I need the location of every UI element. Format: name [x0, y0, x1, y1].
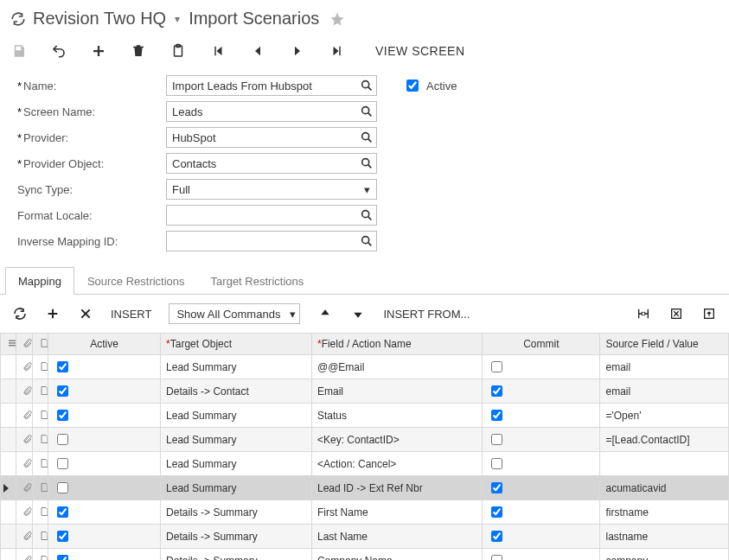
- notes-icon[interactable]: [32, 355, 48, 379]
- source-cell[interactable]: ='Open': [600, 404, 729, 428]
- export-excel-icon[interactable]: [668, 306, 684, 321]
- notes-icon[interactable]: [32, 428, 48, 452]
- target-cell[interactable]: Details -> Summary: [161, 525, 312, 549]
- row-selector[interactable]: [1, 355, 16, 379]
- active-cell[interactable]: [48, 404, 160, 428]
- row-selector[interactable]: [1, 428, 16, 452]
- commit-cell[interactable]: [483, 549, 600, 561]
- commit-cell[interactable]: [483, 525, 600, 549]
- attachment-icon[interactable]: [16, 379, 32, 404]
- notes-header[interactable]: [32, 334, 48, 355]
- target-cell[interactable]: Lead Summary: [161, 428, 312, 452]
- prev-icon[interactable]: [249, 42, 266, 60]
- table-row[interactable]: Lead Summary<Key: ContactID>=[Lead.Conta…: [1, 428, 729, 452]
- active-header[interactable]: Active: [48, 334, 160, 355]
- row-selector[interactable]: [1, 500, 16, 525]
- row-selector[interactable]: [1, 476, 16, 500]
- field-cell[interactable]: First Name: [311, 500, 482, 525]
- source-header[interactable]: Source Field / Value: [600, 334, 729, 355]
- target-header[interactable]: *Target Object: [161, 334, 312, 355]
- commit-cell[interactable]: [483, 452, 600, 476]
- tab-source-restrictions[interactable]: Source Restrictions: [74, 267, 198, 295]
- source-cell[interactable]: email: [600, 355, 729, 379]
- fit-columns-icon[interactable]: [636, 306, 651, 321]
- table-row[interactable]: Lead Summary@@Emailemail: [1, 355, 729, 379]
- screen-name-input[interactable]: [166, 101, 377, 122]
- commit-cell[interactable]: [483, 500, 600, 525]
- grid-refresh-icon[interactable]: [12, 306, 28, 321]
- attachment-icon[interactable]: [16, 500, 32, 525]
- attachment-icon[interactable]: [16, 549, 32, 561]
- delete-icon[interactable]: [130, 42, 147, 60]
- notes-icon[interactable]: [32, 452, 48, 476]
- notes-icon[interactable]: [32, 500, 48, 525]
- commit-cell[interactable]: [483, 428, 600, 452]
- row-down-icon[interactable]: [350, 306, 366, 321]
- tab-mapping[interactable]: Mapping: [5, 267, 74, 295]
- undo-icon[interactable]: [50, 42, 67, 60]
- company-crumb[interactable]: Revision Two HQ: [33, 9, 166, 29]
- refresh-icon[interactable]: [10, 11, 26, 27]
- provider-input[interactable]: [166, 127, 377, 148]
- format-locale-input[interactable]: [166, 205, 377, 226]
- grid-add-icon[interactable]: [45, 306, 61, 321]
- attachment-icon[interactable]: [16, 452, 32, 476]
- active-cell[interactable]: [48, 525, 160, 549]
- attachment-icon[interactable]: [16, 428, 32, 452]
- field-cell[interactable]: Last Name: [311, 525, 482, 549]
- field-cell[interactable]: Company Name: [311, 549, 482, 561]
- next-icon[interactable]: [289, 42, 306, 60]
- active-cell[interactable]: [48, 476, 160, 500]
- upload-icon[interactable]: [701, 306, 717, 321]
- active-checkbox[interactable]: [406, 80, 419, 92]
- table-row[interactable]: Lead Summary<Action: Cancel>: [1, 452, 729, 476]
- row-selector[interactable]: [1, 404, 16, 428]
- notes-icon[interactable]: [32, 379, 48, 404]
- source-cell[interactable]: email: [600, 379, 729, 404]
- source-cell[interactable]: =[Lead.ContactID]: [600, 428, 729, 452]
- row-selector[interactable]: [1, 379, 16, 404]
- row-selector[interactable]: [1, 452, 16, 476]
- search-icon[interactable]: [360, 208, 374, 222]
- field-cell[interactable]: Email: [311, 379, 482, 404]
- insert-from-button[interactable]: INSERT FROM...: [383, 308, 470, 321]
- search-icon[interactable]: [360, 105, 374, 118]
- table-row[interactable]: Details -> SummaryCompany Namecompany: [1, 549, 729, 561]
- field-header[interactable]: *Field / Action Name: [311, 334, 482, 355]
- field-cell[interactable]: Lead ID -> Ext Ref Nbr: [311, 476, 482, 500]
- row-selector[interactable]: [1, 525, 16, 549]
- commit-header[interactable]: Commit: [483, 334, 600, 355]
- active-cell[interactable]: [48, 549, 160, 561]
- table-row[interactable]: Details -> SummaryFirst Namefirstname: [1, 500, 729, 525]
- provider-object-input[interactable]: [166, 153, 377, 174]
- target-cell[interactable]: Details -> Summary: [161, 549, 312, 561]
- attachment-icon[interactable]: [16, 404, 32, 428]
- chevron-down-icon[interactable]: ▾: [360, 182, 374, 196]
- source-cell[interactable]: company: [600, 549, 729, 561]
- table-row[interactable]: Lead SummaryLead ID -> Ext Ref Nbracumat…: [1, 476, 729, 500]
- tab-target-restrictions[interactable]: Target Restrictions: [198, 267, 317, 295]
- target-cell[interactable]: Details -> Summary: [161, 500, 312, 525]
- source-cell[interactable]: [600, 452, 729, 476]
- notes-icon[interactable]: [32, 549, 48, 561]
- active-cell[interactable]: [48, 452, 160, 476]
- commit-cell[interactable]: [483, 476, 600, 500]
- field-cell[interactable]: <Action: Cancel>: [311, 452, 482, 476]
- notes-icon[interactable]: [32, 404, 48, 428]
- command-filter-select[interactable]: Show All Commands ▾: [169, 303, 300, 324]
- first-icon[interactable]: [209, 42, 227, 60]
- target-cell[interactable]: Lead Summary: [161, 452, 312, 476]
- source-cell[interactable]: acumaticavid: [600, 476, 729, 500]
- grid-delete-icon[interactable]: [78, 306, 93, 321]
- notes-icon[interactable]: [32, 476, 48, 500]
- name-input[interactable]: [166, 75, 377, 96]
- active-cell[interactable]: [48, 428, 160, 452]
- insert-button[interactable]: INSERT: [111, 308, 151, 321]
- sync-type-select[interactable]: [166, 179, 377, 200]
- add-icon[interactable]: [90, 42, 107, 60]
- source-cell[interactable]: lastname: [600, 525, 729, 549]
- view-screen-button[interactable]: VIEW SCREEN: [375, 44, 465, 58]
- source-cell[interactable]: firstname: [600, 500, 729, 525]
- search-icon[interactable]: [360, 79, 374, 92]
- active-cell[interactable]: [48, 500, 160, 525]
